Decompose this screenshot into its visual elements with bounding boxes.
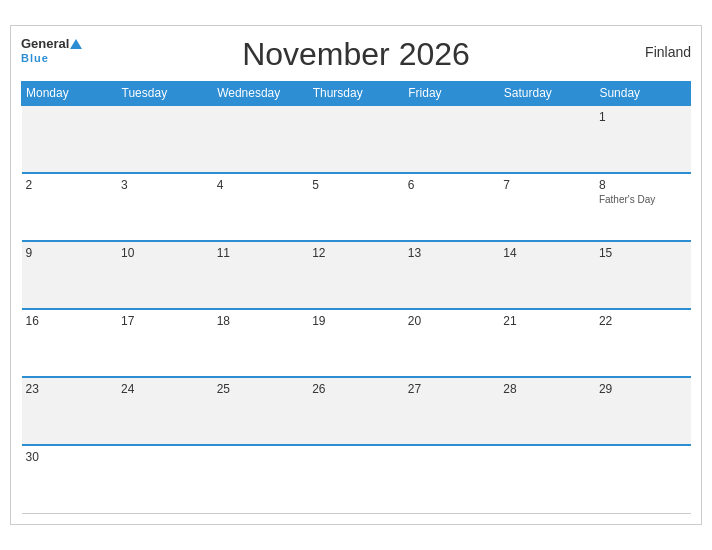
- week-row-6: 30: [22, 445, 691, 513]
- logo-triangle-icon: [70, 39, 82, 49]
- day-cell: [404, 105, 500, 173]
- day-number: 4: [217, 178, 224, 192]
- day-number: 7: [503, 178, 510, 192]
- day-cell: 14: [499, 241, 595, 309]
- week-row-2: 2345678Father's Day: [22, 173, 691, 241]
- day-number: 6: [408, 178, 415, 192]
- day-number: 25: [217, 382, 230, 396]
- day-cell: 9: [22, 241, 118, 309]
- day-number: 29: [599, 382, 612, 396]
- day-number: 24: [121, 382, 134, 396]
- weekday-header-sunday: Sunday: [595, 82, 691, 106]
- logo-general-text: General: [21, 36, 69, 52]
- month-title: November 2026: [242, 36, 470, 73]
- day-cell: [22, 105, 118, 173]
- day-cell: 8Father's Day: [595, 173, 691, 241]
- weekday-header-friday: Friday: [404, 82, 500, 106]
- day-cell: 7: [499, 173, 595, 241]
- day-cell: 3: [117, 173, 213, 241]
- day-number: 20: [408, 314, 421, 328]
- day-cell: [213, 445, 309, 513]
- day-cell: [117, 445, 213, 513]
- weekday-header-thursday: Thursday: [308, 82, 404, 106]
- day-number: 12: [312, 246, 325, 260]
- day-cell: 25: [213, 377, 309, 445]
- day-cell: [404, 445, 500, 513]
- day-cell: [595, 445, 691, 513]
- day-cell: 22: [595, 309, 691, 377]
- day-number: 9: [26, 246, 33, 260]
- day-cell: 17: [117, 309, 213, 377]
- day-cell: [308, 445, 404, 513]
- calendar-wrapper: General Blue November 2026 Finland Monda…: [10, 25, 702, 525]
- day-number: 22: [599, 314, 612, 328]
- weekday-header-tuesday: Tuesday: [117, 82, 213, 106]
- day-cell: 24: [117, 377, 213, 445]
- week-row-3: 9101112131415: [22, 241, 691, 309]
- day-cell: [213, 105, 309, 173]
- day-cell: 15: [595, 241, 691, 309]
- week-row-1: 1: [22, 105, 691, 173]
- weekday-header-saturday: Saturday: [499, 82, 595, 106]
- calendar-header: General Blue November 2026 Finland: [21, 36, 691, 73]
- day-cell: 26: [308, 377, 404, 445]
- day-number: 10: [121, 246, 134, 260]
- day-cell: 29: [595, 377, 691, 445]
- day-number: 5: [312, 178, 319, 192]
- week-row-5: 23242526272829: [22, 377, 691, 445]
- day-cell: 19: [308, 309, 404, 377]
- day-cell: 1: [595, 105, 691, 173]
- day-number: 26: [312, 382, 325, 396]
- day-cell: [499, 445, 595, 513]
- day-cell: 18: [213, 309, 309, 377]
- day-number: 3: [121, 178, 128, 192]
- day-number: 30: [26, 450, 39, 464]
- day-number: 18: [217, 314, 230, 328]
- day-number: 27: [408, 382, 421, 396]
- day-cell: 6: [404, 173, 500, 241]
- day-event: Father's Day: [599, 194, 687, 205]
- day-number: 2: [26, 178, 33, 192]
- day-cell: 10: [117, 241, 213, 309]
- day-number: 8: [599, 178, 606, 192]
- weekday-header-wednesday: Wednesday: [213, 82, 309, 106]
- day-cell: [308, 105, 404, 173]
- day-number: 13: [408, 246, 421, 260]
- day-number: 15: [599, 246, 612, 260]
- day-cell: 4: [213, 173, 309, 241]
- day-number: 17: [121, 314, 134, 328]
- day-cell: [499, 105, 595, 173]
- week-row-4: 16171819202122: [22, 309, 691, 377]
- weekday-header-row: MondayTuesdayWednesdayThursdayFridaySatu…: [22, 82, 691, 106]
- day-number: 16: [26, 314, 39, 328]
- day-number: 21: [503, 314, 516, 328]
- day-cell: 21: [499, 309, 595, 377]
- day-cell: 30: [22, 445, 118, 513]
- logo-blue-text: Blue: [21, 52, 82, 65]
- day-number: 28: [503, 382, 516, 396]
- day-cell: 27: [404, 377, 500, 445]
- day-cell: 5: [308, 173, 404, 241]
- country-label: Finland: [645, 44, 691, 60]
- day-number: 1: [599, 110, 606, 124]
- day-cell: 28: [499, 377, 595, 445]
- day-cell: 16: [22, 309, 118, 377]
- day-cell: 20: [404, 309, 500, 377]
- day-cell: 13: [404, 241, 500, 309]
- logo: General Blue: [21, 36, 82, 65]
- day-cell: [117, 105, 213, 173]
- day-cell: 11: [213, 241, 309, 309]
- day-cell: 12: [308, 241, 404, 309]
- weekday-header-monday: Monday: [22, 82, 118, 106]
- day-number: 11: [217, 246, 230, 260]
- day-cell: 2: [22, 173, 118, 241]
- day-cell: 23: [22, 377, 118, 445]
- day-number: 23: [26, 382, 39, 396]
- day-number: 19: [312, 314, 325, 328]
- day-number: 14: [503, 246, 516, 260]
- calendar-table: MondayTuesdayWednesdayThursdayFridaySatu…: [21, 81, 691, 514]
